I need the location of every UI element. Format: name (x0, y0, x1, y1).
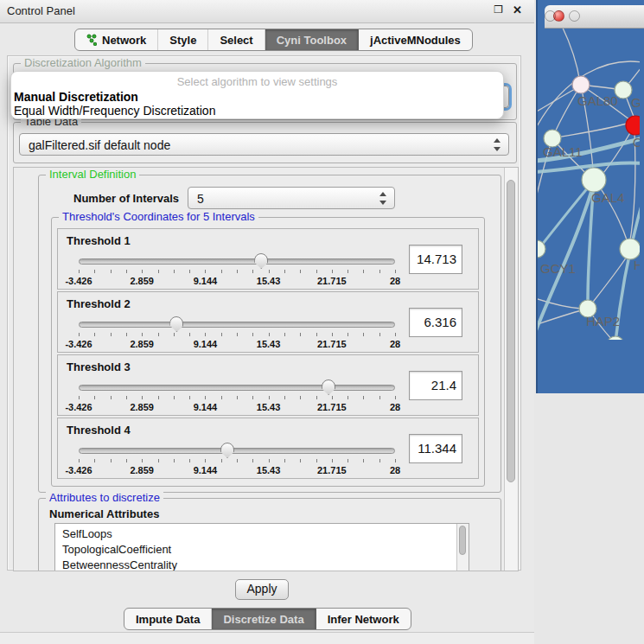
scrollbar-thumb[interactable] (507, 180, 515, 482)
bottom-strip (0, 632, 534, 644)
slider-tick-label: 15.43 (257, 276, 281, 286)
threshold-4-value-field[interactable]: 11.344 (409, 434, 462, 463)
list-scrollbar[interactable] (456, 524, 469, 571)
slider-tick-label: 28 (390, 465, 400, 475)
slider-tick-label: -3.426 (65, 339, 92, 349)
slider-tick-labels: -3.4262.8599.14415.4321.71528 (79, 276, 395, 286)
tab-network-label: Network (102, 34, 146, 47)
slider-track[interactable] (79, 385, 395, 391)
network-view-window: GAL80GACGAL11GAL4GCY1HHAP2 (536, 0, 644, 393)
threshold-1-slider[interactable]: -3.4262.8599.14415.4321.71528 (79, 252, 395, 290)
slider-tick-label: 9.144 (194, 276, 218, 286)
slider-track[interactable] (79, 322, 395, 328)
slider-tick-label: 21.715 (317, 276, 347, 286)
interval-definition-group-title: Interval Definition (46, 169, 139, 181)
network-graph[interactable]: GAL80GACGAL11GAL4GCY1HHAP2 (538, 0, 640, 340)
number-of-intervals-label: Number of Intervals (73, 192, 179, 205)
algorithm-dropdown-popup: Select algorithm to view settings Manual… (10, 71, 504, 119)
zoom-traffic-light-icon[interactable] (545, 10, 556, 22)
list-item[interactable]: SelfLoops (55, 524, 469, 542)
network-node-gal80[interactable] (572, 76, 590, 93)
network-node-h-node[interactable] (620, 239, 640, 259)
slider-ticks (79, 270, 395, 274)
threshold-2-slider[interactable]: -3.4262.8599.14415.4321.71528 (79, 315, 395, 353)
network-node-red-node[interactable] (626, 116, 640, 135)
list-item[interactable]: BetweennessCentrality (55, 558, 469, 571)
network-window-titlebar[interactable] (545, 5, 644, 29)
slider-tick-label: 15.43 (257, 465, 281, 475)
attributes-group-title: Attributes to discretize (46, 492, 163, 504)
apply-button[interactable]: Apply (235, 579, 289, 600)
tab-select[interactable]: Select (208, 29, 265, 50)
list-item[interactable]: TopologicalCoefficient (55, 542, 469, 558)
float-window-icon[interactable]: ❒ (494, 3, 503, 16)
slider-thumb[interactable] (254, 253, 268, 269)
slider-track[interactable] (79, 448, 395, 454)
settings-scrollpane: Interval Definition Number of Intervals … (13, 167, 519, 571)
tab-cyni-toolbox-label: Cyni Toolbox (277, 34, 347, 47)
network-canvas[interactable]: GAL80GACGAL11GAL4GCY1HHAP2 (538, 0, 644, 343)
slider-tick-label: 2.859 (130, 276, 154, 286)
network-node-label: GAL11 (543, 144, 583, 159)
slider-thumb[interactable] (322, 379, 335, 395)
control-panel-titlebar: Control Panel ❒ ✕ (0, 0, 534, 23)
slider-tick-label: 15.43 (257, 402, 281, 412)
attributes-group: Attributes to discretize Numerical Attri… (38, 498, 501, 571)
network-edge-highlighted (588, 192, 593, 301)
threshold-3-slider[interactable]: -3.4262.8599.14415.4321.71528 (79, 378, 395, 416)
threshold-1-value-field[interactable]: 14.713 (409, 245, 462, 274)
tab-jactivemnodules[interactable]: jActiveMNodules (359, 29, 472, 50)
tab-jactivemnodules-label: jActiveMNodules (370, 34, 461, 47)
tab-impute-data[interactable]: Impute Data (124, 609, 212, 629)
network-edge (562, 26, 580, 82)
network-node-label: GA (631, 95, 640, 110)
tab-discretize-data[interactable]: Discretize Data (212, 609, 316, 629)
slider-tick-label: 21.715 (317, 465, 347, 475)
dropdown-option-equal-width[interactable]: Equal Width/Frequency Discretization (11, 104, 503, 118)
slider-tick-labels: -3.4262.8599.14415.4321.71528 (79, 465, 395, 475)
dropdown-placeholder: Select algorithm to view settings (11, 72, 503, 90)
tab-select-label: Select (220, 34, 252, 47)
dropdown-option-manual-discretization[interactable]: Manual Discretization (11, 90, 503, 104)
table-data-combobox[interactable]: galFiltered.sif default node (19, 133, 509, 156)
threshold-4-slider[interactable]: -3.4262.8599.14415.4321.71528 (79, 441, 395, 479)
slider-track[interactable] (79, 258, 395, 265)
minimize-traffic-light-icon[interactable] (569, 10, 580, 22)
slider-ticks (79, 333, 395, 337)
number-of-intervals-combobox[interactable]: 5 (188, 187, 395, 209)
network-node-label: GCY1 (540, 261, 576, 276)
slider-tick-label: 28 (390, 339, 400, 349)
discretization-algorithm-group-title: Discretization Algorithm (21, 57, 145, 69)
tab-network[interactable]: Network (75, 29, 158, 50)
slider-tick-label: 9.144 (194, 465, 218, 475)
tab-impute-data-label: Impute Data (136, 613, 200, 626)
interval-definition-group: Interval Definition Number of Intervals … (38, 175, 501, 493)
slider-tick-label: 2.859 (130, 465, 154, 475)
thresholds-group: Threshold's Coordinates for 5 Intervals … (51, 217, 485, 487)
tab-infer-network-label: Infer Network (328, 613, 399, 626)
network-node-gal-top-right[interactable] (615, 81, 632, 99)
tab-cyni-toolbox[interactable]: Cyni Toolbox (265, 29, 359, 50)
table-data-value: galFiltered.sif default node (29, 138, 170, 152)
slider-thumb[interactable] (220, 443, 234, 458)
slider-thumb[interactable] (169, 316, 183, 332)
stepper-arrows-icon (494, 137, 501, 152)
tab-style[interactable]: Style (158, 29, 208, 50)
number-of-intervals-value: 5 (197, 192, 204, 206)
slider-tick-label: -3.426 (65, 402, 92, 412)
slider-tick-label: 21.715 (317, 339, 347, 349)
scrollbar-thumb[interactable] (459, 526, 466, 555)
tab-infer-network[interactable]: Infer Network (316, 609, 411, 629)
panel-scrollbar[interactable] (504, 168, 518, 571)
network-node-label: C (633, 135, 640, 150)
threshold-3-value-field[interactable]: 21.4 (409, 371, 462, 400)
network-node-gal4[interactable] (582, 168, 606, 192)
close-icon[interactable]: ✕ (513, 3, 522, 16)
threshold-2-value-field[interactable]: 6.316 (409, 308, 462, 337)
control-panel-window: Control Panel ❒ ✕ Network Style S (0, 0, 534, 644)
slider-tick-label: 9.144 (194, 402, 218, 412)
slider-tick-labels: -3.4262.8599.14415.4321.71528 (79, 339, 395, 349)
tab-discretize-data-label: Discretize Data (223, 613, 303, 626)
slider-tick-label: 28 (390, 276, 400, 286)
numerical-attributes-list[interactable]: SelfLoops TopologicalCoefficient Between… (54, 523, 469, 571)
